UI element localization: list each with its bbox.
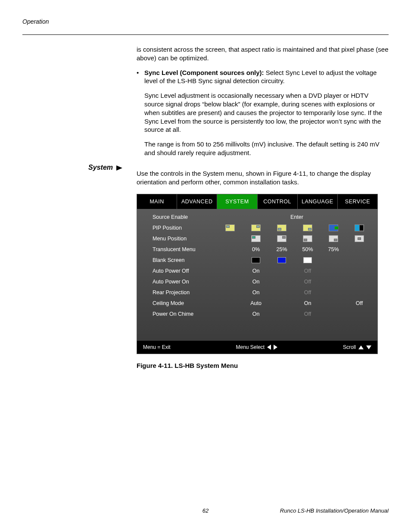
menupos-icons bbox=[243, 235, 372, 242]
paragraph-sync-2: Sync Level adjustment is occasionally ne… bbox=[144, 91, 389, 134]
row-rear-projection[interactable]: Rear Projection On Off bbox=[137, 287, 377, 298]
tab-language[interactable]: LANGUAGE bbox=[298, 194, 338, 209]
opt-autoon-off[interactable]: Off bbox=[295, 279, 321, 285]
bullet-dot: • bbox=[137, 68, 141, 163]
label-rear-proj: Rear Projection bbox=[153, 289, 243, 296]
opt-autoon-on[interactable]: On bbox=[243, 279, 269, 285]
tab-service[interactable]: SERVICE bbox=[338, 194, 377, 209]
row-pip-position[interactable]: PIP Position bbox=[137, 222, 377, 233]
label-source-enable: Source Enable bbox=[153, 214, 243, 220]
tab-advanced[interactable]: ADVANCED bbox=[177, 194, 217, 209]
opt-ceil-auto[interactable]: Auto bbox=[243, 300, 269, 306]
row-translucent[interactable]: Translucent Menu 0% 25% 50% 75% bbox=[137, 244, 377, 255]
footer-select-text: Menu Select bbox=[236, 344, 265, 350]
footer-select: Menu Select bbox=[236, 344, 277, 350]
row-auto-power-on[interactable]: Auto Power On On Off bbox=[137, 276, 377, 287]
menupos-icon-5[interactable] bbox=[355, 235, 364, 242]
opt-ceil-on[interactable]: On bbox=[295, 300, 321, 306]
pip-icon-br[interactable] bbox=[303, 224, 312, 231]
sync-level-term: Sync Level (Component sources only): bbox=[144, 69, 264, 76]
opt-autooff-on[interactable]: On bbox=[243, 268, 269, 274]
pip-icon-bl[interactable] bbox=[277, 224, 286, 231]
osd-tab-bar: MAIN ADVANCED SYSTEM CONTROL LANGUAGE SE… bbox=[137, 194, 377, 209]
opt-chime-on[interactable]: On bbox=[243, 311, 269, 317]
osd-body: Source Enable Enter PIP Position Menu Po… bbox=[137, 209, 377, 341]
menupos-icon-4[interactable] bbox=[329, 235, 338, 242]
margin-heading-system: System bbox=[22, 164, 122, 171]
menupos-icon-2[interactable] bbox=[277, 235, 286, 242]
tab-main[interactable]: MAIN bbox=[137, 194, 177, 209]
figure-caption: Figure 4-11. LS-HB System Menu bbox=[137, 362, 389, 369]
row-blank-screen[interactable]: Blank Screen bbox=[137, 255, 377, 265]
pip-icon-split[interactable] bbox=[355, 224, 364, 231]
label-auto-off: Auto Power Off bbox=[153, 268, 243, 274]
label-menu-position: Menu Position bbox=[153, 236, 243, 242]
system-paragraph-block: Use the controls in the System menu, sho… bbox=[137, 169, 389, 187]
pip-icon-tr[interactable] bbox=[251, 224, 261, 231]
opt-trans-75[interactable]: 75% bbox=[321, 246, 346, 252]
opt-autooff-off[interactable]: Off bbox=[295, 268, 321, 274]
value-source-enable: Enter bbox=[290, 214, 303, 220]
opt-trans-0[interactable]: 0% bbox=[243, 246, 269, 252]
body-text: is consistent across the screen, that as… bbox=[137, 45, 389, 163]
header-rule bbox=[22, 34, 389, 35]
swatch-white[interactable] bbox=[303, 257, 312, 263]
footer-scroll-text: Scroll bbox=[343, 344, 356, 350]
footer-manual-title: Runco LS-HB Installation/Operation Manua… bbox=[280, 507, 389, 514]
paragraph-intro-cont: is consistent across the screen, that as… bbox=[137, 45, 389, 62]
menupos-icon-3[interactable] bbox=[303, 235, 312, 242]
opt-chime-off[interactable]: Off bbox=[295, 311, 321, 317]
label-pip-position: PIP Position bbox=[153, 225, 217, 231]
page-number: 62 bbox=[202, 507, 209, 514]
label-translucent: Translucent Menu bbox=[153, 246, 243, 252]
bullet-sync-level: • Sync Level (Component sources only): S… bbox=[137, 68, 389, 163]
label-chime: Power On Chime bbox=[153, 311, 243, 317]
pip-icons bbox=[217, 224, 372, 231]
page-footer: 62 Runco LS-HB Installation/Operation Ma… bbox=[22, 507, 389, 514]
paragraph-system: Use the controls in the System menu, sho… bbox=[137, 169, 389, 187]
paragraph-sync-1: Sync Level (Component sources only): Sel… bbox=[144, 68, 389, 86]
footer-scroll: Scroll bbox=[343, 344, 371, 350]
paragraph-sync-3: The range is from 50 to 256 millivolts (… bbox=[144, 140, 389, 157]
opt-trans-50[interactable]: 50% bbox=[295, 246, 321, 252]
row-ceiling-mode[interactable]: Ceiling Mode Auto On Off bbox=[137, 298, 377, 308]
label-ceiling: Ceiling Mode bbox=[153, 300, 243, 306]
menupos-icon-1[interactable] bbox=[251, 235, 261, 242]
opt-ceil-off[interactable]: Off bbox=[346, 300, 372, 306]
triangle-down-icon bbox=[366, 345, 371, 349]
tab-control[interactable]: CONTROL bbox=[258, 194, 298, 209]
row-auto-power-off[interactable]: Auto Power Off On Off bbox=[137, 265, 377, 276]
pip-icon-pbp[interactable] bbox=[329, 224, 338, 231]
opt-rear-off[interactable]: Off bbox=[295, 289, 321, 296]
osd-menu: MAIN ADVANCED SYSTEM CONTROL LANGUAGE SE… bbox=[137, 194, 378, 354]
triangle-left-icon bbox=[267, 345, 271, 350]
osd-footer: Menu = Exit Menu Select Scroll bbox=[137, 341, 377, 354]
row-power-on-chime[interactable]: Power On Chime On Off bbox=[137, 308, 377, 319]
label-auto-on: Auto Power On bbox=[153, 279, 243, 285]
tab-system[interactable]: SYSTEM bbox=[217, 194, 257, 209]
triangle-right-icon bbox=[274, 345, 277, 350]
row-menu-position[interactable]: Menu Position bbox=[137, 233, 377, 244]
opt-rear-on[interactable]: On bbox=[243, 289, 269, 296]
label-blank-screen: Blank Screen bbox=[153, 257, 243, 263]
opt-trans-25[interactable]: 25% bbox=[269, 246, 295, 252]
footer-exit: Menu = Exit bbox=[143, 344, 171, 350]
running-header: Operation bbox=[22, 18, 389, 25]
triangle-up-icon bbox=[358, 345, 364, 349]
swatch-black[interactable] bbox=[252, 257, 260, 263]
row-source-enable[interactable]: Source Enable Enter bbox=[137, 212, 377, 222]
pip-icon-tl[interactable] bbox=[225, 224, 235, 231]
swatch-blue[interactable] bbox=[277, 257, 286, 263]
